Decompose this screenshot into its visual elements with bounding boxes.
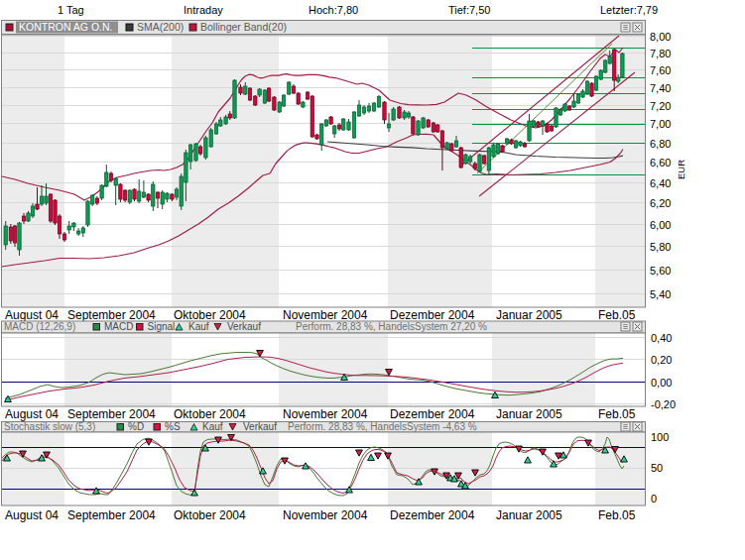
svg-text:Verkauf: Verkauf xyxy=(227,321,261,332)
svg-text:SMA(200): SMA(200) xyxy=(137,21,184,33)
svg-text:50: 50 xyxy=(651,462,663,474)
svg-text:Dezember 2004: Dezember 2004 xyxy=(390,407,475,421)
svg-text:Januar 2005: Januar 2005 xyxy=(496,508,562,522)
svg-text:September 2004: September 2004 xyxy=(67,508,156,522)
svg-text:November 2004: November 2004 xyxy=(283,508,368,522)
svg-text:6,40: 6,40 xyxy=(650,177,671,189)
svg-text:6,20: 6,20 xyxy=(650,197,671,209)
svg-text:Oktober 2004: Oktober 2004 xyxy=(174,308,246,322)
svg-text:1 Tag: 1 Tag xyxy=(58,4,84,16)
svg-text:Perform. 28,83 %, HandelsSyste: Perform. 28,83 %, HandelsSystem -4,63 % xyxy=(288,421,477,432)
svg-text:%D: %D xyxy=(128,421,144,432)
svg-text:August 04: August 04 xyxy=(5,407,59,421)
svg-text:EUR: EUR xyxy=(676,160,686,179)
svg-text:Oktober 2004: Oktober 2004 xyxy=(174,508,246,522)
svg-text:Letzter:7,79: Letzter:7,79 xyxy=(600,4,658,16)
svg-text:Feb.05: Feb.05 xyxy=(598,407,636,421)
svg-text:Dezember 2004: Dezember 2004 xyxy=(390,308,475,322)
svg-text:Dezember 2004: Dezember 2004 xyxy=(390,508,475,522)
svg-text:Kauf: Kauf xyxy=(202,421,223,432)
svg-text:Kauf: Kauf xyxy=(188,321,209,332)
svg-text:6,00: 6,00 xyxy=(650,219,671,231)
svg-text:Tief:7,50: Tief:7,50 xyxy=(448,4,490,16)
svg-text:100: 100 xyxy=(651,431,669,443)
svg-text:5,80: 5,80 xyxy=(650,241,671,253)
svg-text:0: 0 xyxy=(651,493,657,504)
svg-text:Oktober 2004: Oktober 2004 xyxy=(174,407,246,421)
svg-text:Signal: Signal xyxy=(148,321,176,332)
svg-text:7,00: 7,00 xyxy=(650,118,671,130)
svg-text:August 04: August 04 xyxy=(5,308,59,322)
svg-text:Januar 2005: Januar 2005 xyxy=(496,407,562,421)
svg-text:Perform. 28,83 %, HandelsSyste: Perform. 28,83 %, HandelsSystem 27,20 % xyxy=(296,321,487,332)
svg-text:0,40: 0,40 xyxy=(651,332,672,344)
svg-text:Feb.05: Feb.05 xyxy=(598,308,636,322)
svg-text:Verkauf: Verkauf xyxy=(243,421,277,432)
svg-text:7,20: 7,20 xyxy=(650,100,671,112)
svg-text:September 2004: September 2004 xyxy=(67,407,156,421)
svg-text:6,60: 6,60 xyxy=(650,157,671,168)
svg-text:MACD (12,26,9): MACD (12,26,9) xyxy=(4,321,75,332)
svg-text:5,40: 5,40 xyxy=(650,288,671,300)
svg-text:-0,20: -0,20 xyxy=(651,398,676,410)
svg-text:Bollinger Band(20): Bollinger Band(20) xyxy=(200,21,287,33)
svg-text:%S: %S xyxy=(165,421,181,432)
svg-text:Intraday: Intraday xyxy=(184,4,223,16)
svg-text:KONTRON AG O.N.: KONTRON AG O.N. xyxy=(19,21,113,33)
svg-text:7,80: 7,80 xyxy=(650,48,671,59)
svg-text:5,60: 5,60 xyxy=(650,265,671,277)
svg-text:8,00: 8,00 xyxy=(650,31,671,43)
svg-text:7,40: 7,40 xyxy=(650,82,671,94)
svg-text:Feb.05: Feb.05 xyxy=(598,508,636,522)
svg-text:Hoch:7,80: Hoch:7,80 xyxy=(309,4,358,16)
svg-text:November 2004: November 2004 xyxy=(283,308,368,322)
svg-text:Januar 2005: Januar 2005 xyxy=(496,308,562,322)
svg-text:September 2004: September 2004 xyxy=(67,308,156,322)
svg-text:Stochastik slow (5,3): Stochastik slow (5,3) xyxy=(4,421,95,432)
svg-text:November 2004: November 2004 xyxy=(283,407,368,421)
svg-text:0,00: 0,00 xyxy=(651,377,672,389)
svg-text:6,80: 6,80 xyxy=(650,138,671,150)
svg-text:0,20: 0,20 xyxy=(651,354,672,366)
svg-text:August 04: August 04 xyxy=(5,508,59,522)
svg-text:MACD: MACD xyxy=(104,321,133,332)
svg-text:7,60: 7,60 xyxy=(650,64,671,76)
